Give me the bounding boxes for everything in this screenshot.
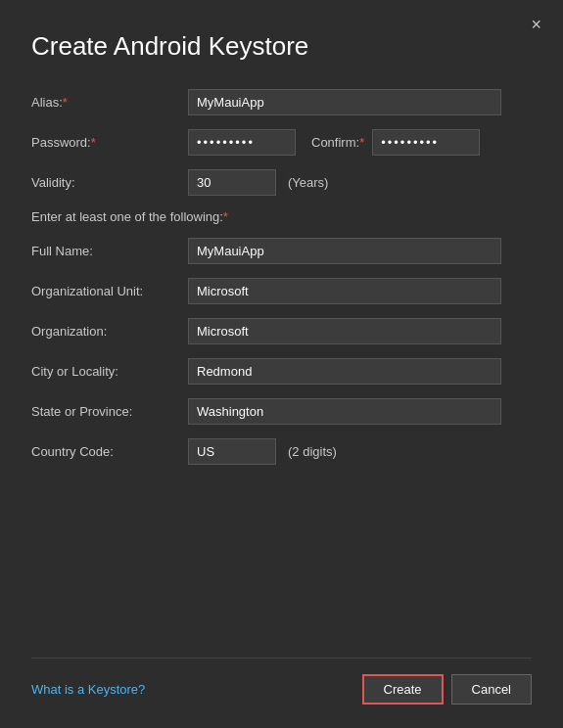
state-label: State or Province: (31, 404, 188, 419)
password-label: Password:* (31, 135, 188, 150)
validity-input[interactable] (188, 169, 276, 196)
country-input[interactable] (188, 438, 276, 465)
alias-label: Alias:* (31, 95, 188, 110)
section-note: Enter at least one of the following:* (31, 209, 532, 224)
org-unit-row: Organizational Unit: (31, 278, 532, 304)
confirm-required: * (359, 135, 364, 150)
country-label: Country Code: (31, 444, 188, 459)
alias-required: * (63, 95, 68, 110)
city-row: City or Locality: (31, 358, 532, 385)
state-row: State or Province: (31, 398, 532, 425)
create-button[interactable]: Create (362, 674, 444, 705)
org-row: Organization: (31, 318, 532, 344)
password-input[interactable] (188, 129, 296, 156)
create-keystore-dialog: × Create Android Keystore Alias:* Passwo… (0, 0, 563, 728)
validity-label: Validity: (31, 175, 188, 190)
close-button[interactable]: × (525, 12, 547, 37)
country-hint: (2 digits) (288, 444, 337, 459)
fullname-label: Full Name: (31, 244, 188, 258)
password-required: * (91, 135, 96, 150)
org-unit-label: Organizational Unit: (31, 284, 188, 298)
fullname-row: Full Name: (31, 238, 532, 264)
footer-buttons: Create Cancel (362, 674, 533, 705)
org-input[interactable] (188, 318, 501, 344)
alias-row: Alias:* (31, 89, 532, 115)
validity-row: Validity: (Years) (31, 169, 532, 196)
org-unit-input[interactable] (188, 278, 501, 304)
dialog-title: Create Android Keystore (31, 31, 532, 62)
form-section: Alias:* Password:* Confirm:* Validity: (… (31, 89, 532, 658)
alias-input[interactable] (188, 89, 501, 115)
what-is-keystore-link[interactable]: What is a Keystore? (31, 682, 145, 697)
years-label: (Years) (288, 175, 328, 190)
confirm-input[interactable] (372, 129, 480, 156)
country-row: Country Code: (2 digits) (31, 438, 532, 465)
cancel-button[interactable]: Cancel (451, 674, 532, 705)
state-input[interactable] (188, 398, 501, 425)
dialog-footer: What is a Keystore? Create Cancel (31, 658, 532, 705)
org-label: Organization: (31, 324, 188, 339)
city-input[interactable] (188, 358, 501, 385)
password-row: Password:* Confirm:* (31, 129, 532, 156)
city-label: City or Locality: (31, 364, 188, 379)
confirm-label: Confirm:* (311, 135, 364, 150)
fullname-input[interactable] (188, 238, 501, 264)
